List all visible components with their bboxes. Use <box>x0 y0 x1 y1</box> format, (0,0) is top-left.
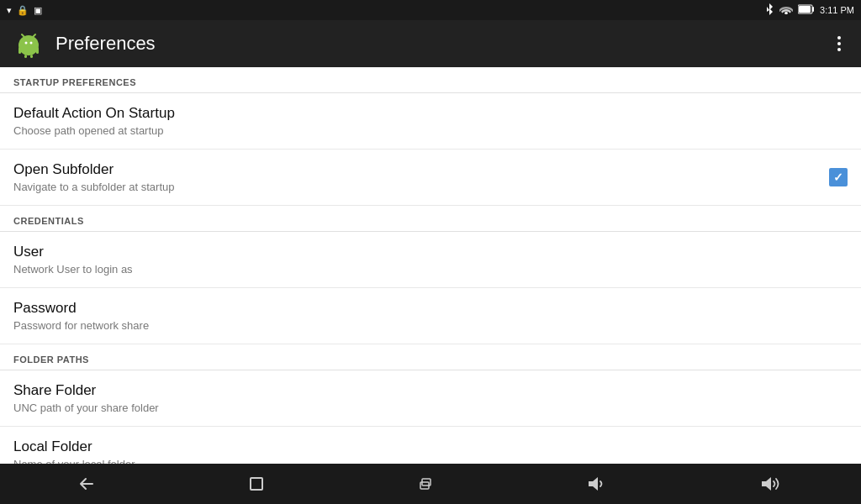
section-header-credentials: CREDENTIALS <box>0 206 861 231</box>
svg-rect-13 <box>251 478 262 490</box>
pref-text-password: PasswordPassword for network share <box>13 300 848 332</box>
pref-text-local-folder: Local FolderName of your local folder <box>13 438 848 464</box>
svg-line-5 <box>22 34 24 37</box>
home-button[interactable] <box>234 468 279 500</box>
pref-text-open-subfolder: Open SubfolderNavigate to a subfolder at… <box>13 161 829 193</box>
svg-marker-17 <box>762 477 771 491</box>
pref-subtitle-share-folder: UNC path of your share folder <box>13 402 848 414</box>
pref-item-default-action[interactable]: Default Action On StartupChoose path ope… <box>0 93 861 150</box>
sim-icon: ▾ <box>7 5 12 16</box>
pref-text-share-folder: Share FolderUNC path of your share folde… <box>13 382 848 414</box>
svg-rect-10 <box>36 47 39 54</box>
pref-title-user: User <box>13 244 848 260</box>
pref-subtitle-user: Network User to login as <box>13 263 848 276</box>
preferences-content: STARTUP PREFERENCESDefault Action On Sta… <box>0 67 861 464</box>
section-header-folder-paths: FOLDER PATHS <box>0 344 861 370</box>
section-header-startup: STARTUP PREFERENCES <box>0 67 861 92</box>
status-bar-right: 3:11 PM <box>764 3 854 17</box>
pref-subtitle-open-subfolder: Navigate to a subfolder at startup <box>13 181 829 193</box>
svg-rect-2 <box>799 6 811 13</box>
svg-rect-11 <box>24 55 27 58</box>
lock-icon: 🔒 <box>17 5 29 16</box>
app-bar: Preferences <box>0 20 861 67</box>
svg-rect-12 <box>30 55 33 58</box>
svg-marker-16 <box>589 477 598 491</box>
app-title: Preferences <box>55 33 831 55</box>
pref-title-password: Password <box>13 300 848 317</box>
pref-subtitle-default-action: Choose path opened at startup <box>13 124 848 137</box>
pref-checkbox-open-subfolder[interactable] <box>829 168 848 186</box>
sd-icon: ▣ <box>34 5 42 16</box>
svg-rect-4 <box>23 39 34 49</box>
status-bar: ▾ 🔒 ▣ 3:11 PM <box>0 0 861 20</box>
svg-point-8 <box>30 42 33 45</box>
time-display: 3:11 PM <box>820 5 854 15</box>
overflow-menu-button[interactable] <box>831 33 848 55</box>
pref-title-default-action: Default Action On Startup <box>13 105 848 122</box>
pref-title-share-folder: Share Folder <box>13 382 848 399</box>
wifi-icon <box>779 4 793 16</box>
pref-subtitle-local-folder: Name of your local folder <box>13 458 848 464</box>
pref-title-local-folder: Local Folder <box>13 438 848 455</box>
navigation-bar <box>0 464 861 504</box>
volume-down-button[interactable] <box>573 468 622 500</box>
svg-rect-9 <box>18 47 21 54</box>
overflow-dot-3 <box>837 48 841 51</box>
app-icon <box>13 29 44 59</box>
pref-item-share-folder[interactable]: Share FolderUNC path of your share folde… <box>0 370 861 427</box>
back-button[interactable] <box>62 469 109 499</box>
pref-item-password[interactable]: PasswordPassword for network share <box>0 288 861 344</box>
pref-text-user: UserNetwork User to login as <box>13 244 848 276</box>
status-bar-left: ▾ 🔒 ▣ <box>7 5 42 16</box>
pref-subtitle-password: Password for network share <box>13 319 848 332</box>
recents-button[interactable] <box>404 468 449 500</box>
bluetooth-icon <box>764 3 774 17</box>
battery-icon <box>798 4 815 16</box>
pref-item-local-folder[interactable]: Local FolderName of your local folder <box>0 427 861 464</box>
overflow-dot-1 <box>837 36 841 39</box>
pref-item-open-subfolder[interactable]: Open SubfolderNavigate to a subfolder at… <box>0 150 861 206</box>
pref-item-user[interactable]: UserNetwork User to login as <box>0 232 861 288</box>
overflow-dot-2 <box>837 42 841 45</box>
pref-title-open-subfolder: Open Subfolder <box>13 161 829 178</box>
svg-rect-1 <box>812 7 814 12</box>
volume-up-button[interactable] <box>747 468 799 500</box>
svg-point-7 <box>25 42 28 45</box>
svg-line-6 <box>33 34 35 37</box>
pref-text-default-action: Default Action On StartupChoose path ope… <box>13 105 848 137</box>
